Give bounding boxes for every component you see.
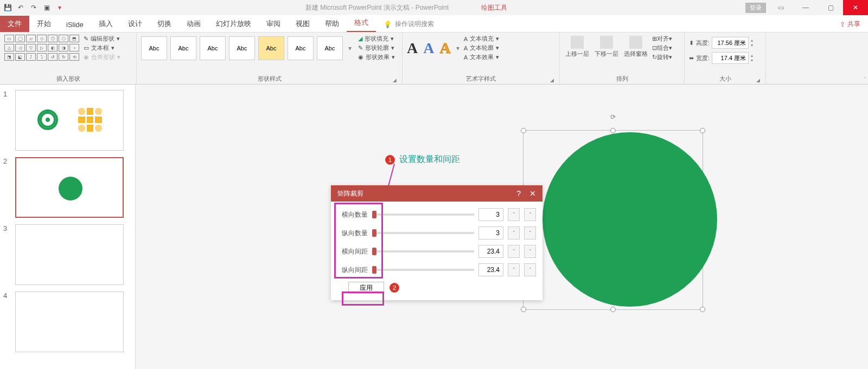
slideshow-icon[interactable]: ▣ (42, 3, 51, 12)
ribbon-tabs: 文件 开始 iSlide 插入 设计 切换 动画 幻灯片放映 审阅 视图 帮助 … (0, 15, 868, 33)
spin-down-icon[interactable]: ˅ (508, 263, 520, 276)
shape-gallery[interactable]: ▭◯▱◇⬠⬡⬒ △◁▽▷◐◑⋆ ⬔⬕⤴⤵↺↻⟲ (4, 35, 79, 61)
spin-down-icon[interactable]: ˅ (508, 208, 520, 221)
shape-outline-button[interactable]: ✎形状轮廓▾ (358, 44, 395, 52)
tab-home[interactable]: 开始 (29, 16, 59, 32)
text-outline-button[interactable]: A文本轮廓▾ (464, 44, 499, 52)
tab-slideshow[interactable]: 幻灯片放映 (208, 16, 259, 32)
v-gap-slider[interactable] (372, 269, 474, 271)
dialog-launcher-icon[interactable]: ◢ (550, 77, 554, 83)
spin-up-icon[interactable]: ˄ (524, 208, 536, 221)
group-button[interactable]: ⊡组合▾ (652, 44, 672, 52)
spin-up-icon[interactable]: ˄ (524, 245, 536, 258)
undo-icon[interactable]: ↶ (16, 3, 25, 12)
resize-handle[interactable] (700, 307, 705, 312)
help-icon[interactable]: ? (516, 189, 521, 198)
maximize-icon[interactable]: ▢ (818, 0, 843, 15)
h-count-slider[interactable] (372, 213, 474, 216)
h-gap-value[interactable]: 23.4 (478, 245, 503, 258)
slide-thumb-1[interactable] (15, 90, 124, 151)
resize-handle[interactable] (521, 307, 526, 312)
width-label: 宽度: (696, 54, 710, 62)
tab-transition[interactable]: 切换 (150, 16, 179, 32)
spin-up-icon[interactable]: ˄ (524, 226, 536, 239)
slide-thumb-3[interactable] (15, 224, 124, 285)
width-input[interactable] (712, 52, 749, 64)
tab-islide[interactable]: iSlide (59, 17, 91, 32)
style-preset[interactable]: Abc (317, 36, 343, 60)
text-box-button[interactable]: ▭文本框▾ (84, 44, 120, 52)
ribbon: ▭◯▱◇⬠⬡⬒ △◁▽▷◐◑⋆ ⬔⬕⤴⤵↺↻⟲ ✎编辑形状▾ ▭文本框▾ ◉合并… (0, 33, 868, 85)
style-preset[interactable]: Abc (141, 36, 167, 60)
shape-style-gallery[interactable]: Abc Abc Abc Abc Abc Abc Abc ▾ (141, 36, 354, 60)
resize-handle[interactable] (610, 307, 616, 312)
redo-icon[interactable]: ↷ (29, 3, 38, 12)
rotate-button[interactable]: ↻旋转▾ (652, 53, 672, 61)
apply-button[interactable]: 应用 (348, 282, 384, 294)
slide-thumb-4[interactable] (15, 292, 124, 352)
wordart-gallery[interactable]: A A A ▾ (407, 40, 459, 57)
save-icon[interactable]: 💾 (3, 3, 12, 12)
wordart-preset[interactable]: A (423, 40, 434, 57)
merge-shapes-button[interactable]: ◉合并形状▾ (84, 53, 120, 61)
qat-more-icon[interactable]: ▾ (55, 3, 64, 12)
tab-file[interactable]: 文件 (0, 16, 29, 32)
spinner-icon[interactable]: ▴▾ (751, 53, 753, 63)
h-gap-slider[interactable] (372, 250, 474, 253)
dialog-launcher-icon[interactable]: ◢ (756, 77, 760, 83)
tab-animation[interactable]: 动画 (179, 16, 208, 32)
v-gap-value[interactable]: 23.4 (478, 263, 503, 276)
context-tab-label: 绘图工具 (481, 3, 507, 12)
send-backward-button[interactable]: 下移一层 (593, 35, 620, 59)
spinner-icon[interactable]: ▴▾ (751, 38, 753, 48)
bring-forward-button[interactable]: 上移一层 (564, 35, 590, 59)
group-label-insert-shape: 插入形状 (4, 74, 132, 84)
edit-shape-button[interactable]: ✎编辑形状▾ (84, 35, 120, 43)
rotation-handle-icon[interactable]: ⟳ (610, 113, 616, 121)
tell-me-search[interactable]: 💡 操作说明搜索 (376, 16, 442, 32)
ribbon-display-icon[interactable]: ▭ (768, 0, 793, 15)
height-input[interactable] (712, 37, 749, 49)
align-button[interactable]: ⊞对齐▾ (652, 35, 672, 43)
spin-down-icon[interactable]: ˅ (508, 245, 520, 258)
wordart-preset[interactable]: A (439, 40, 450, 57)
tab-help[interactable]: 帮助 (317, 16, 347, 32)
h-count-value[interactable]: 3 (478, 208, 503, 221)
resize-handle[interactable] (610, 128, 616, 133)
slide-canvas[interactable]: 1 设置数量和间距 ⟳ 矩阵裁剪 ? ✕ (136, 85, 868, 369)
text-effects-button[interactable]: A文本效果▾ (464, 53, 499, 61)
v-count-value[interactable]: 3 (478, 226, 503, 239)
close-icon[interactable]: ✕ (529, 189, 536, 198)
tab-design[interactable]: 设计 (120, 16, 150, 32)
gallery-more-icon[interactable]: ▾ (346, 44, 354, 52)
style-preset[interactable]: Abc (170, 36, 196, 60)
slide-shape-circle[interactable] (542, 132, 717, 307)
wordart-preset[interactable]: A (407, 40, 418, 57)
style-preset[interactable]: Abc (258, 36, 284, 60)
gallery-more-icon[interactable]: ▾ (456, 44, 459, 52)
style-preset[interactable]: Abc (288, 36, 314, 60)
tab-insert[interactable]: 插入 (91, 16, 120, 32)
close-icon[interactable]: ✕ (843, 0, 868, 15)
dialog-launcher-icon[interactable]: ◢ (393, 77, 397, 83)
resize-handle[interactable] (521, 128, 526, 133)
tab-format[interactable]: 格式 (347, 15, 376, 32)
text-fill-button[interactable]: A文本填充▾ (464, 35, 499, 43)
resize-handle[interactable] (700, 128, 705, 133)
shape-effects-button[interactable]: ◉形状效果▾ (358, 53, 395, 61)
collapse-ribbon-icon[interactable]: ˇ (864, 77, 866, 83)
v-count-slider[interactable] (372, 232, 474, 234)
style-preset[interactable]: Abc (200, 36, 226, 60)
login-button[interactable]: 登录 (745, 3, 766, 13)
share-button[interactable]: ⇪ 共享 (832, 16, 868, 32)
tab-review[interactable]: 审阅 (259, 16, 288, 32)
app-title: 新建 Microsoft PowerPoint 演示文稿 - PowerPoin… (305, 3, 449, 12)
spin-up-icon[interactable]: ˄ (524, 263, 536, 276)
slide-thumb-2[interactable] (15, 157, 124, 218)
tab-view[interactable]: 视图 (288, 16, 317, 32)
selection-pane-button[interactable]: 选择窗格 (623, 35, 649, 59)
spin-down-icon[interactable]: ˅ (508, 226, 520, 239)
minimize-icon[interactable]: — (793, 0, 818, 15)
style-preset[interactable]: Abc (229, 36, 255, 60)
shape-fill-button[interactable]: ◢形状填充▾ (358, 35, 395, 43)
